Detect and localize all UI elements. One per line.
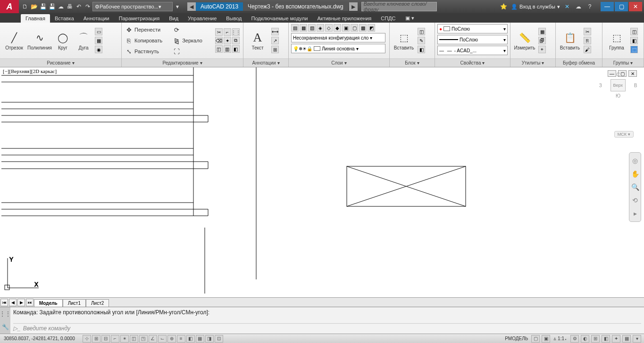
sb-r6-icon[interactable]: ◧ xyxy=(602,335,610,343)
sb-tpy-icon[interactable]: ◧ xyxy=(186,335,195,343)
l10-icon[interactable]: ◩ xyxy=(368,24,375,32)
tab-sheet1[interactable]: Лист1 xyxy=(63,299,86,307)
workspace-dropdown[interactable]: ⚙ Рабочее пространство... ▾ xyxy=(92,2,173,11)
group-button[interactable]: ⬚Группа xyxy=(605,31,628,50)
b2-icon[interactable]: ✎ xyxy=(418,37,425,44)
undo-icon[interactable]: ↶ xyxy=(75,2,83,11)
current-layer-dropdown[interactable]: 💡❄☀🔒 Линия основна ▾ xyxy=(291,44,385,53)
mirror-button[interactable]: ⧎Зеркало xyxy=(172,36,213,45)
sb-infer-icon[interactable]: ⊹ xyxy=(83,335,91,343)
u2-icon[interactable]: 🗐 xyxy=(538,37,546,44)
panel-annot-title[interactable]: Аннотации ▾ xyxy=(243,58,288,67)
viewcube[interactable]: С ЗВерхВ Ю xyxy=(599,72,637,129)
text-button[interactable]: АТекст xyxy=(246,31,269,50)
tab-home[interactable]: Главная xyxy=(21,14,50,23)
m1-icon[interactable]: ◫ xyxy=(215,45,223,53)
arc-button[interactable]: ⌒Дуга xyxy=(74,31,93,50)
wheel-icon[interactable]: ◎ xyxy=(631,156,639,165)
new-icon[interactable]: 🗋 xyxy=(21,2,29,11)
erase-icon[interactable]: ⌫ xyxy=(215,37,223,44)
explode-icon[interactable]: ✦ xyxy=(224,37,231,44)
copy2-icon[interactable]: ⎘ xyxy=(584,37,591,44)
pan-icon[interactable]: ✋ xyxy=(631,170,639,178)
show-icon[interactable]: ▸ xyxy=(631,209,639,218)
sb-r1-icon[interactable]: ▢ xyxy=(531,335,540,343)
exchange-icon[interactable]: ✕ xyxy=(563,2,571,11)
sb-dyn-icon[interactable]: ⊕ xyxy=(167,335,176,343)
cloud2-icon[interactable]: ☁ xyxy=(574,2,583,11)
cut-icon[interactable]: ✂ xyxy=(584,28,591,35)
layer-state-dropdown[interactable]: Несохраненная конфигурация сло ▾ xyxy=(291,33,385,42)
app-logo[interactable]: A xyxy=(0,0,19,13)
sb-polar-icon[interactable]: ✶ xyxy=(120,335,129,343)
qat-more-icon[interactable]: ▾ xyxy=(173,2,182,11)
u1-icon[interactable]: ▦ xyxy=(538,28,546,35)
sb-r8-icon[interactable]: ▦ xyxy=(622,335,631,343)
panel-modify-title[interactable]: Редактирование ▾ xyxy=(122,58,243,67)
l4-icon[interactable]: ◈ xyxy=(317,24,324,32)
cmd-handle[interactable]: ⋮⋮🔧 xyxy=(0,307,10,334)
sb-grid-icon[interactable]: ⊟ xyxy=(101,335,110,343)
wcs-dropdown[interactable]: МСК ▾ xyxy=(614,131,634,138)
hatch-icon[interactable]: ▦ xyxy=(95,37,102,44)
infocenter-icon[interactable]: ⭐ xyxy=(500,2,508,11)
tab-model[interactable]: Модель xyxy=(34,299,63,307)
close-button[interactable]: ✕ xyxy=(629,2,642,11)
scale-label[interactable]: ⍋ 1:1▾ xyxy=(552,336,569,341)
g1-icon[interactable]: ◫ xyxy=(630,28,638,35)
b3-icon[interactable]: ◧ xyxy=(418,46,425,53)
tab-parametric[interactable]: Параметризация xyxy=(114,14,164,23)
save-icon[interactable]: 💾 xyxy=(39,2,47,11)
zoom-icon[interactable]: 🔍 xyxy=(631,183,639,191)
sb-r4-icon[interactable]: ◐ xyxy=(581,335,589,343)
tab-apps[interactable]: Активные приложения xyxy=(312,14,376,23)
panel-group-title[interactable]: Группы ▾ xyxy=(602,58,644,67)
line-button[interactable]: ╱Отрезок xyxy=(2,31,26,50)
lt-last-icon[interactable]: ⏭ xyxy=(26,299,33,306)
array-icon[interactable]: ⋮⋮ xyxy=(232,28,240,36)
lineweight-dropdown[interactable]: ПоСлою▾ xyxy=(437,35,508,44)
m3-icon[interactable]: ◧ xyxy=(232,45,240,53)
l8-icon[interactable]: ▢ xyxy=(351,24,358,32)
tab-plugins[interactable]: Подключаемые модули xyxy=(247,14,313,23)
tab-manage[interactable]: Управление xyxy=(183,14,221,23)
tab-launcher-icon[interactable]: ▣ ▾ xyxy=(401,14,419,23)
color-dropdown[interactable]: ●ПоСлою▾ xyxy=(437,24,508,33)
move-button[interactable]: ✥Перенести xyxy=(124,25,170,34)
tab-spds[interactable]: СПДС xyxy=(376,14,400,23)
panel-layers-title[interactable]: Слои ▾ xyxy=(289,58,389,67)
copy-button[interactable]: ⎘Копировать xyxy=(124,36,170,45)
sb-osnap-icon[interactable]: ◫ xyxy=(130,335,138,343)
sb-r2-icon[interactable]: ▣ xyxy=(542,335,550,343)
l3-icon[interactable]: ▧ xyxy=(308,24,316,32)
ellipse-icon[interactable]: ◉ xyxy=(95,46,102,53)
search-input[interactable]: Введите ключевое слово/фразу xyxy=(361,2,437,11)
u3-icon[interactable]: ⌖ xyxy=(538,46,546,53)
sb-3dosnap-icon[interactable]: ◳ xyxy=(139,335,148,343)
tab-sheet2[interactable]: Лист2 xyxy=(86,299,109,307)
sb-lwt-icon[interactable]: ≡ xyxy=(177,335,185,343)
l7-icon[interactable]: ▣ xyxy=(342,24,350,32)
l9-icon[interactable]: ▩ xyxy=(359,24,367,32)
leader-icon[interactable]: ↗ xyxy=(271,37,279,44)
cloud-icon[interactable]: ☁ xyxy=(57,2,65,11)
tab-output[interactable]: Вывод xyxy=(221,14,246,23)
lt-next-icon[interactable]: ▶ xyxy=(17,299,25,306)
g3-icon[interactable]: ⬚ xyxy=(630,46,638,53)
trim-icon[interactable]: ✂ xyxy=(215,28,223,36)
saveas-icon[interactable]: 💾 xyxy=(48,2,56,11)
sb-qp-icon[interactable]: ▦ xyxy=(196,335,204,343)
signin-button[interactable]: 👤 Вход в службы ▾ xyxy=(511,4,560,10)
sb-snap-icon[interactable]: ⊞ xyxy=(92,335,100,343)
grip-icon[interactable]: ⋮⋮ xyxy=(0,310,11,317)
sb-r5-icon[interactable]: ⊞ xyxy=(591,335,600,343)
help-icon[interactable]: ? xyxy=(585,2,594,11)
sb-otrack-icon[interactable]: ∠ xyxy=(149,335,157,343)
tab-insert[interactable]: Вставка xyxy=(50,14,79,23)
rect-icon[interactable]: ▭ xyxy=(95,28,102,35)
offset-icon[interactable]: ⧉ xyxy=(232,37,240,44)
sb-r9-icon[interactable]: ▾ xyxy=(633,335,641,343)
circle-button[interactable]: ◯Круг xyxy=(53,31,72,50)
dim-icon[interactable]: ⟷ xyxy=(271,28,279,35)
paste-button[interactable]: 📋Вставить xyxy=(558,31,582,50)
